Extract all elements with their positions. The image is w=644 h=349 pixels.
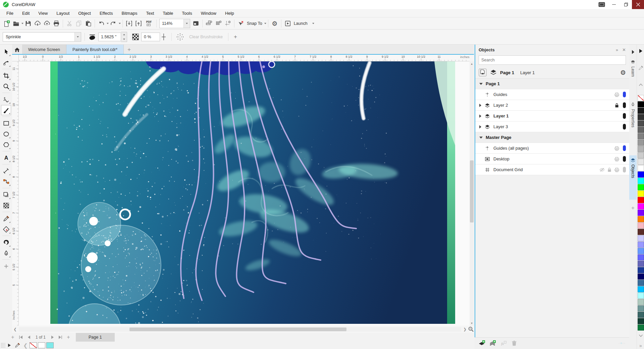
printer-icon[interactable] [614, 156, 620, 162]
nib-size-spinner[interactable] [121, 32, 127, 42]
interactive-fill-tool[interactable] [1, 224, 11, 234]
ruler-origin-corner[interactable] [12, 55, 19, 61]
fullscreen-preview-button[interactable] [191, 19, 201, 28]
menu-table[interactable]: Table [158, 10, 177, 17]
show-guidelines-button[interactable] [223, 19, 232, 28]
menu-layout[interactable]: Layout [52, 10, 74, 17]
transparency-tool[interactable] [1, 200, 11, 210]
expand-triangle-icon[interactable] [479, 137, 483, 139]
save-button[interactable] [23, 19, 33, 28]
palette-swatch-123d33[interactable] [638, 318, 644, 324]
document-tab-1[interactable]: Welcome Screen [22, 45, 66, 55]
scroll-down-button[interactable]: ▼ [470, 321, 474, 326]
new-master-layer-button[interactable] [489, 340, 496, 347]
menu-window[interactable]: Window [197, 10, 221, 17]
launch-icon[interactable] [283, 19, 292, 28]
lock-icon[interactable] [607, 167, 612, 172]
menu-file[interactable]: File [2, 10, 18, 17]
active-layer-state-icon[interactable] [479, 68, 487, 77]
expand-arrow-icon[interactable] [479, 104, 481, 107]
horizontal-scroll-thumb[interactable] [129, 328, 346, 331]
next-page-button[interactable] [48, 334, 56, 341]
layer-group-master-page[interactable]: Master Page [475, 132, 629, 143]
close-button[interactable] [632, 0, 644, 9]
scroll-left-button[interactable]: ❮ [12, 326, 18, 332]
palette-swatch-cccccc[interactable] [638, 152, 644, 158]
search-input[interactable] [479, 58, 626, 62]
menu-tools[interactable]: Tools [177, 10, 196, 17]
palette-swatch-e6e6e6[interactable] [638, 159, 644, 165]
palette-swatch-6f9999[interactable] [638, 305, 644, 311]
palette-flyout-arrow[interactable] [637, 47, 644, 55]
palette-swatch-6666b8[interactable] [638, 261, 644, 267]
layer-row-layer-3[interactable]: Layer 3 [475, 121, 629, 132]
cloud-open-button[interactable] [33, 19, 42, 28]
dimension-tool[interactable] [1, 166, 11, 176]
vertical-scroll-thumb[interactable] [470, 160, 474, 222]
layer-color-pill[interactable] [623, 113, 626, 119]
vertical-scrollbar[interactable]: ▲ ▼ [470, 61, 474, 326]
layer-opacity-slider[interactable] [619, 340, 625, 347]
curve-tool[interactable] [1, 94, 11, 104]
snap-to-dropdown[interactable] [264, 23, 266, 24]
layer-row-layer-1[interactable]: Layer 1 [475, 111, 629, 121]
nib-size-input[interactable] [98, 33, 121, 41]
menu-help[interactable]: Help [221, 10, 238, 17]
palette-swatch-none[interactable] [638, 95, 644, 101]
crop-tool[interactable] [1, 70, 11, 81]
palette-swatch-999999[interactable] [638, 140, 644, 146]
collapse-swatches-button[interactable]: ❮ [21, 342, 30, 349]
launch-dropdown[interactable] [312, 23, 314, 24]
snapping-disabled-icon[interactable] [236, 19, 246, 28]
palette-swatch-f7b8c2[interactable] [638, 222, 644, 229]
maximize-button[interactable] [620, 0, 632, 9]
show-rulers-button[interactable] [204, 19, 214, 28]
add-tools-button[interactable] [1, 261, 11, 271]
layer-color-pill[interactable] [623, 124, 626, 130]
palette-swatch-333333[interactable] [638, 114, 644, 120]
status-swatch-ffffff[interactable] [38, 342, 45, 348]
horizontal-scroll-track[interactable] [19, 327, 461, 332]
visibility-off-icon[interactable] [599, 167, 605, 172]
expand-triangle-icon[interactable] [479, 83, 483, 85]
palette-swatch-000066[interactable] [638, 273, 644, 280]
palette-swatch-7f00ff[interactable] [638, 210, 644, 216]
layer-color-pill[interactable] [623, 92, 626, 97]
publish-to-pdf-button[interactable]: PDF [143, 19, 155, 28]
tab-learn[interactable]: Learn [629, 57, 637, 97]
palette-eyedropper-icon[interactable] [637, 64, 644, 71]
palette-swatch-4d4d4d[interactable] [638, 120, 644, 127]
search-box[interactable] [479, 55, 626, 65]
brush-style-dropdown[interactable] [74, 33, 81, 41]
touch-mode-icon[interactable] [596, 0, 608, 9]
menu-view[interactable]: View [34, 10, 52, 17]
palette-scroll-up[interactable] [637, 81, 644, 88]
add-docker-button[interactable]: + [629, 202, 637, 213]
home-tab[interactable] [12, 45, 22, 55]
first-page-button[interactable] [17, 334, 25, 341]
printer-icon[interactable] [614, 92, 620, 97]
palette-swatch-ffff00[interactable] [638, 191, 644, 197]
palette-swatch-ff00ff[interactable] [638, 203, 644, 209]
palette-swatch-0000ff[interactable] [638, 171, 644, 178]
add-preset-button[interactable]: + [234, 34, 237, 40]
printer-icon[interactable] [614, 167, 620, 172]
redo-button[interactable] [109, 19, 118, 28]
palette-swatch-00ffff[interactable] [638, 178, 644, 184]
layer-row-guides[interactable]: Guides [475, 89, 629, 100]
pick-tool[interactable] [1, 47, 11, 57]
expand-arrow-icon[interactable] [479, 125, 481, 129]
layer-row-guides-all-pages-[interactable]: Guides (all pages) [475, 143, 629, 154]
open-button[interactable] [11, 19, 21, 28]
tab-properties[interactable]: Properties [629, 100, 637, 153]
new-layer-button[interactable] [479, 340, 485, 347]
minimize-button[interactable] [608, 0, 620, 9]
layer-row-desktop[interactable]: Desktop [475, 154, 629, 164]
palette-swatch-0f7a3d[interactable] [638, 325, 644, 331]
palette-swatch-3a6666[interactable] [638, 312, 644, 318]
transparency-input[interactable] [141, 33, 160, 41]
zoom-to-fit-icon[interactable] [468, 326, 474, 332]
snap-to-label[interactable]: Snap To [247, 21, 262, 26]
palette-swatch-aaffff[interactable] [638, 293, 644, 299]
new-document-button[interactable] [2, 19, 11, 28]
